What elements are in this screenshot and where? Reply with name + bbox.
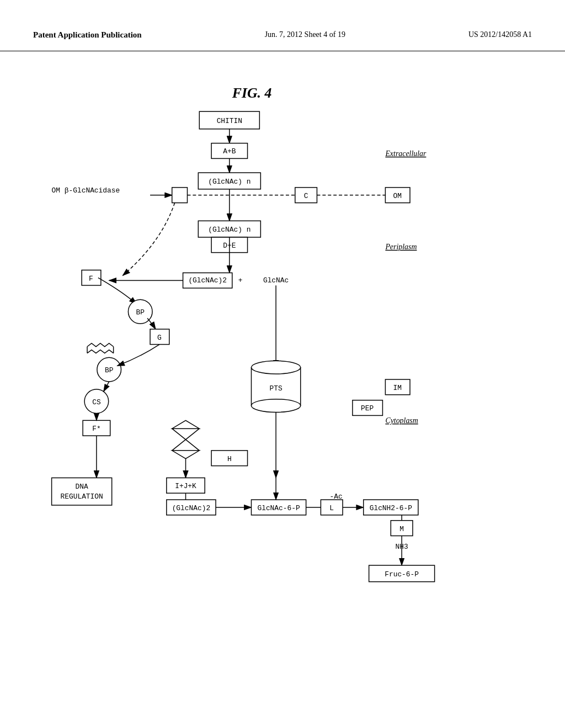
- periplasm-label: Periplasm: [385, 243, 417, 251]
- diagram-svg: FIG. 4 CHITIN A+B Extracellular (GlcNAc)…: [0, 57, 565, 697]
- fruc6p-label: Fruc-6-P: [385, 570, 419, 579]
- diagram-container: FIG. 4 CHITIN A+B Extracellular (GlcNAc)…: [0, 57, 565, 697]
- cytoplasm-label: Cytoplasm: [385, 416, 418, 425]
- arrow-f-bp: [98, 278, 136, 304]
- h-label: H: [227, 455, 232, 463]
- glcnac-n2-label: (GlcNAc) n: [208, 226, 250, 234]
- glcnac-n1-label: (GlcNAc) n: [208, 178, 250, 186]
- glcnac2-label: (GlcNAc)2: [188, 276, 227, 285]
- plus-sign: +: [238, 276, 243, 285]
- dna-reg-line2: REGULATION: [61, 493, 103, 501]
- dna-reg-line1: DNA: [76, 483, 88, 491]
- cs-label: CS: [92, 398, 101, 406]
- header-left: Patent Application Publication: [33, 30, 142, 40]
- glcnac6p-label: GlcNAc-6-P: [257, 504, 300, 512]
- page: Patent Application Publication Jun. 7, 2…: [0, 0, 565, 728]
- dna-reg-box: [52, 478, 112, 505]
- glcnac-label: GlcNAc: [263, 276, 289, 285]
- pts-label: PTS: [270, 384, 282, 393]
- c-label: C: [304, 192, 308, 200]
- fig-title: FIG. 4: [232, 85, 272, 101]
- svg-marker-7: [172, 451, 200, 459]
- header-right: US 2012/142058 A1: [468, 30, 532, 39]
- pts-bottom: [251, 399, 300, 413]
- m-label: M: [399, 525, 404, 533]
- glcnh26p-label: GlcNH2-6-P: [370, 504, 413, 512]
- extracellular-label: Extracellular: [385, 149, 427, 158]
- g-label: G: [157, 334, 162, 342]
- arrow-bp-g: [147, 318, 156, 329]
- ijk-label: I+J+K: [175, 482, 196, 490]
- om-beta-label: OM β-GlcNAcidase: [52, 186, 120, 195]
- f-label: F: [89, 275, 93, 283]
- bp-left-symbol: [87, 344, 114, 354]
- ombeta-box: [172, 188, 188, 203]
- fstar-label: F*: [92, 425, 100, 433]
- l-label: L: [329, 504, 334, 512]
- im-label: IM: [393, 384, 401, 392]
- bp-circle-label: BP: [136, 308, 145, 317]
- diamond-cross: [172, 420, 200, 458]
- arrow-bpleft-cs: [104, 382, 109, 392]
- pts-top: [251, 361, 300, 374]
- chitin-label: CHITIN: [217, 117, 242, 125]
- pep-label: PEP: [361, 404, 374, 413]
- bp-left-label: BP: [105, 366, 114, 374]
- om-label: OM: [393, 192, 401, 200]
- dashed-arrow-beta-f: [122, 203, 174, 276]
- ab-label: A+B: [223, 147, 236, 156]
- header: Patent Application Publication Jun. 7, 2…: [0, 0, 565, 51]
- glcnac2-bottom-label: (GlcNAc)2: [172, 504, 211, 512]
- svg-marker-6: [172, 420, 200, 429]
- arrow-g-bpleft: [118, 345, 159, 366]
- header-center: Jun. 7, 2012 Sheet 4 of 19: [265, 30, 345, 39]
